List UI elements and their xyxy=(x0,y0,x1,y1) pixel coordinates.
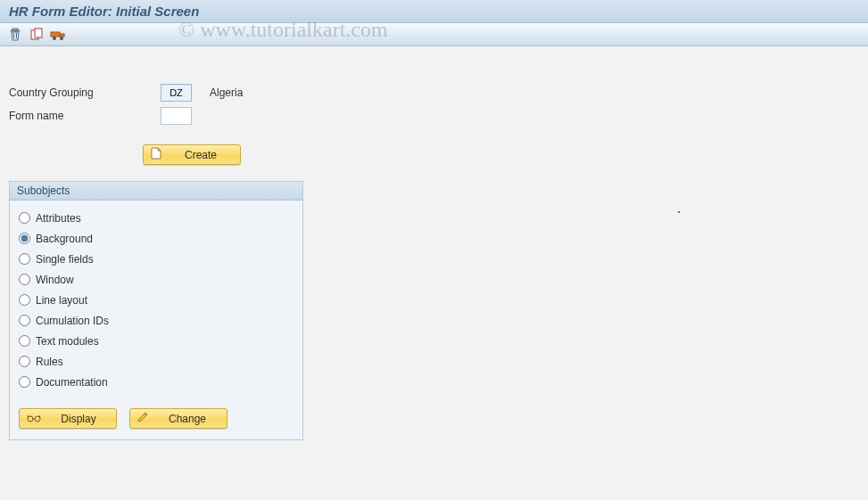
svg-point-6 xyxy=(28,416,33,422)
subobject-option[interactable]: Cumulation IDs xyxy=(19,310,293,331)
create-button[interactable]: Create xyxy=(143,144,241,165)
subobject-option[interactable]: Documentation xyxy=(19,372,293,392)
svg-rect-1 xyxy=(35,29,42,37)
subobject-radio[interactable] xyxy=(19,212,30,224)
subobject-radio[interactable] xyxy=(19,315,30,326)
row-form-name: Form name xyxy=(9,105,859,127)
subobject-radio[interactable] xyxy=(19,376,30,388)
subobject-option[interactable]: Background xyxy=(19,228,293,249)
subobject-radio[interactable] xyxy=(19,356,30,367)
subobject-label: Attributes xyxy=(36,212,81,225)
pencil-icon xyxy=(137,412,148,425)
subobject-label: Window xyxy=(36,274,74,286)
glasses-icon xyxy=(27,413,41,425)
page-title: HR Form Editor: Initial Screen xyxy=(9,4,199,19)
document-icon xyxy=(151,147,161,162)
svg-point-5 xyxy=(60,37,63,40)
content-area: Country Grouping Algeria Form name Creat… xyxy=(0,46,868,449)
decorative-dot xyxy=(678,211,680,213)
subobject-radio[interactable] xyxy=(19,335,30,347)
subobject-label: Line layout xyxy=(36,294,87,307)
subobjects-group: Subobjects AttributesBackgroundSingle fi… xyxy=(9,181,303,440)
display-button[interactable]: Display xyxy=(19,408,117,429)
create-button-label: Create xyxy=(169,149,233,161)
subobject-label: Documentation xyxy=(36,376,108,389)
svg-point-4 xyxy=(53,37,56,40)
subobjects-title: Subobjects xyxy=(10,182,302,201)
subobject-option[interactable]: Line layout xyxy=(19,290,293,310)
change-button[interactable]: Change xyxy=(129,408,227,429)
row-country-grouping: Country Grouping Algeria xyxy=(9,82,859,103)
display-button-label: Display xyxy=(48,413,109,425)
subobject-option[interactable]: Text modules xyxy=(19,331,293,351)
copy-icon[interactable] xyxy=(29,27,45,43)
subobject-label: Background xyxy=(36,233,93,245)
toolbar xyxy=(0,23,868,46)
subobject-label: Cumulation IDs xyxy=(36,315,109,327)
subobject-option[interactable]: Single fields xyxy=(19,249,293,269)
subobject-label: Text modules xyxy=(36,335,99,348)
delete-icon[interactable] xyxy=(7,27,23,43)
subobject-radio[interactable] xyxy=(19,233,30,244)
title-bar: HR Form Editor: Initial Screen xyxy=(0,0,868,23)
subobject-radio[interactable] xyxy=(19,253,30,265)
svg-point-7 xyxy=(35,416,40,422)
svg-rect-2 xyxy=(51,32,60,37)
subobject-radio[interactable] xyxy=(19,294,30,306)
subobject-option[interactable]: Attributes xyxy=(19,208,293,228)
create-row: Create xyxy=(143,144,859,165)
subobject-option[interactable]: Window xyxy=(19,269,293,290)
transport-icon[interactable] xyxy=(50,27,66,43)
country-name-text: Algeria xyxy=(210,86,243,99)
country-grouping-label: Country Grouping xyxy=(9,86,161,99)
subobject-option[interactable]: Rules xyxy=(19,351,293,372)
form-name-label: Form name xyxy=(9,110,161,122)
subobject-radio[interactable] xyxy=(19,274,30,285)
form-name-input[interactable] xyxy=(161,107,192,125)
subobjects-button-row: Display Change xyxy=(19,408,293,429)
svg-rect-3 xyxy=(60,34,64,37)
subobjects-radio-list: AttributesBackgroundSingle fieldsWindowL… xyxy=(19,208,293,392)
subobjects-body: AttributesBackgroundSingle fieldsWindowL… xyxy=(10,201,302,439)
country-grouping-input[interactable] xyxy=(161,84,192,102)
subobject-label: Single fields xyxy=(36,253,94,266)
change-button-label: Change xyxy=(155,413,219,425)
subobject-label: Rules xyxy=(36,356,63,368)
